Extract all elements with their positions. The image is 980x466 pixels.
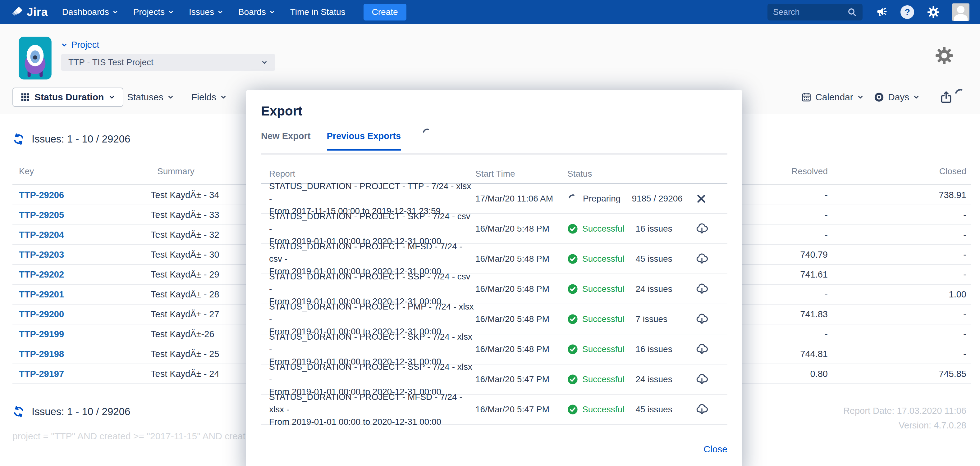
issue-key-link[interactable]: TTP-29202	[13, 269, 151, 280]
top-nav: Jira Dashboards Projects Issues Boards T…	[0, 0, 980, 24]
calendar-dropdown[interactable]: Calendar	[801, 92, 864, 103]
export-status-count: 9185 / 29206	[632, 194, 682, 204]
download-icon[interactable]	[695, 222, 708, 235]
column-header-summary: Summary	[157, 166, 194, 176]
export-start-time: 17/Mar/20 11:06 AM	[476, 194, 567, 204]
export-status-text: Preparing	[583, 194, 620, 204]
statuses-dropdown[interactable]: Statuses	[127, 92, 174, 103]
jira-logo-icon	[11, 6, 24, 19]
project-avatar	[19, 36, 52, 79]
report-date: Report Date: 17.03.2020 11:06	[843, 404, 966, 418]
export-start-time: 16/Mar/20 5:47 PM	[476, 374, 567, 384]
chevron-down-icon	[913, 94, 920, 101]
fields-dropdown[interactable]: Fields	[191, 92, 227, 103]
project-settings-gear-icon[interactable]	[934, 45, 955, 66]
download-icon[interactable]	[695, 343, 708, 356]
column-header-start-time: Start Time	[476, 169, 567, 179]
refresh-icon[interactable]	[13, 406, 25, 418]
issue-key-link[interactable]: TTP-29203	[13, 250, 151, 260]
chevron-down-icon	[217, 9, 223, 15]
issue-key-link[interactable]: TTP-29199	[13, 329, 151, 339]
nav-item-issues[interactable]: Issues	[189, 7, 223, 17]
search-input[interactable]	[773, 8, 847, 17]
issue-closed-value: -	[828, 349, 966, 359]
export-status: Successful 24 issues	[567, 284, 695, 294]
nav-item-dashboards[interactable]: Dashboards	[62, 7, 118, 17]
issue-key-link[interactable]: TTP-29200	[13, 309, 151, 319]
export-status-count: 24 issues	[635, 284, 672, 294]
user-avatar[interactable]	[952, 3, 969, 21]
issue-key-link[interactable]: TTP-29205	[13, 210, 151, 220]
tab-new-export[interactable]: New Export	[261, 128, 311, 151]
download-icon[interactable]	[695, 313, 708, 326]
chevron-down-icon	[857, 94, 864, 101]
nav-item-boards[interactable]: Boards	[238, 7, 275, 17]
download-icon[interactable]	[695, 403, 708, 416]
loading-spinner-icon	[953, 87, 967, 101]
column-header-status: Status	[567, 169, 695, 179]
issue-key-link[interactable]: TTP-29198	[13, 349, 151, 359]
export-row: STATUS_DURATION - PROJECT - SKP - 7/24 -…	[261, 334, 727, 365]
cancel-export-icon[interactable]	[695, 193, 707, 204]
project-select[interactable]: TTP - TIS Test Project	[61, 54, 275, 71]
chevron-down-icon	[112, 9, 118, 15]
project-breadcrumb[interactable]: Project	[61, 40, 99, 50]
nav-item-projects[interactable]: Projects	[133, 7, 174, 17]
export-status-count: 16 issues	[635, 344, 672, 354]
success-check-icon	[567, 374, 578, 385]
chevron-down-icon	[269, 9, 275, 15]
download-icon[interactable]	[695, 252, 708, 265]
search-icon	[847, 7, 857, 17]
export-status-text: Successful	[582, 284, 624, 294]
spinner-icon	[567, 193, 579, 204]
issue-key-link[interactable]: TTP-29197	[13, 369, 151, 379]
announcements-icon[interactable]	[875, 6, 888, 19]
export-status-text: Successful	[582, 404, 624, 414]
jira-logo-text: Jira	[27, 6, 48, 19]
tab-previous-exports[interactable]: Previous Exports	[327, 128, 401, 151]
close-dialog-button[interactable]: Close	[703, 444, 727, 455]
create-button[interactable]: Create	[364, 4, 406, 21]
issue-closed-value: 1.00	[828, 289, 966, 300]
search-box[interactable]	[767, 4, 862, 21]
export-status: Successful 16 issues	[567, 223, 695, 234]
chevron-down-icon	[167, 94, 174, 101]
jira-logo[interactable]: Jira	[11, 6, 48, 19]
eye-icon	[874, 92, 884, 103]
export-start-time: 16/Mar/20 5:48 PM	[476, 314, 567, 324]
help-icon[interactable]: ?	[900, 5, 914, 19]
export-status-text: Successful	[582, 344, 624, 354]
days-dropdown[interactable]: Days	[874, 92, 920, 103]
export-status-count: 45 issues	[635, 254, 672, 264]
download-icon[interactable]	[695, 282, 708, 296]
export-status-text: Successful	[582, 224, 624, 234]
success-check-icon	[567, 223, 578, 234]
settings-gear-icon[interactable]	[927, 5, 940, 19]
export-status-count: 24 issues	[635, 374, 672, 384]
success-check-icon	[567, 284, 578, 294]
export-row: STATUS_DURATION - PROJECT - SSP - 7/24 -…	[261, 274, 727, 304]
download-icon[interactable]	[695, 373, 708, 386]
refresh-icon[interactable]	[13, 133, 25, 145]
export-share-icon[interactable]	[939, 90, 953, 104]
report-type-button[interactable]: Status Duration	[13, 87, 123, 107]
export-status-text: Successful	[582, 314, 624, 324]
issue-key-link[interactable]: TTP-29206	[13, 190, 151, 200]
success-check-icon	[567, 344, 578, 355]
nav-item-time-in-status[interactable]: Time in Status	[290, 7, 345, 17]
issue-key-link[interactable]: TTP-29201	[13, 289, 151, 300]
issues-count-header: Issues: 1 - 10 / 29206	[13, 133, 130, 145]
chevron-down-icon	[168, 9, 174, 15]
export-row: STATUS_DURATION - PROJECT - MFSD - 7/24 …	[261, 395, 727, 425]
report-version: Version: 4.7.0.28	[843, 418, 966, 433]
export-status: Successful 7 issues	[567, 314, 695, 325]
issue-key-link[interactable]: TTP-29204	[13, 230, 151, 240]
export-start-time: 16/Mar/20 5:48 PM	[476, 284, 567, 294]
export-start-time: 16/Mar/20 5:48 PM	[476, 344, 567, 354]
success-check-icon	[567, 314, 578, 325]
export-dialog: Export New ExportPrevious Exports Report…	[246, 90, 742, 466]
export-status: Preparing 9185 / 29206	[567, 193, 695, 204]
exports-table: Report Start Time Status STATUS_DURATION…	[261, 165, 727, 425]
export-report-name: STATUS_DURATION - PROJECT - MFSD - 7/24 …	[261, 391, 476, 428]
issue-closed-value: -	[828, 329, 966, 339]
